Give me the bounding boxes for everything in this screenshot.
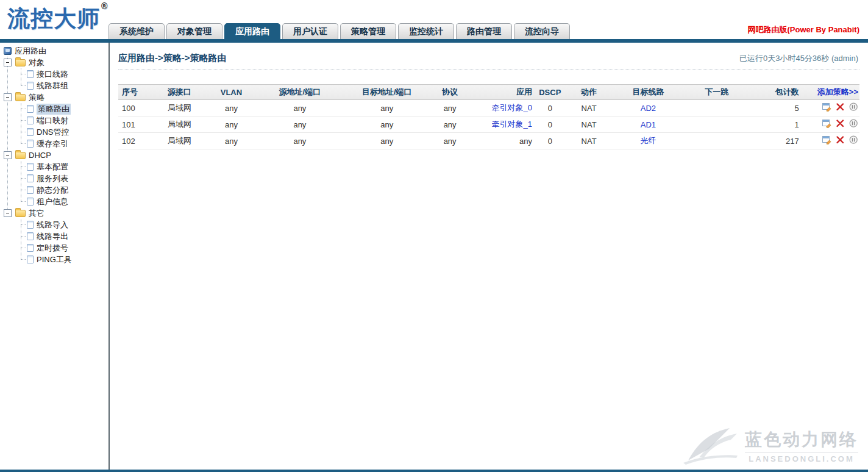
sidebar-item-dhcp-tenant-info[interactable]: 租户信息 bbox=[0, 196, 108, 207]
tree-connector bbox=[21, 143, 26, 144]
delete-icon[interactable] bbox=[836, 135, 845, 145]
tree-label: 对象 bbox=[29, 57, 44, 68]
brand-logo: 流控大师® bbox=[7, 1, 108, 34]
cell-next-hop bbox=[685, 133, 748, 149]
table-header-row: 序号 源接口 VLAN 源地址/端口 目标地址/端口 协议 应用 DSCP 动作… bbox=[118, 85, 859, 100]
registered-mark: ® bbox=[101, 1, 108, 11]
document-icon bbox=[27, 70, 34, 78]
target-line-link[interactable]: AD1 bbox=[641, 120, 656, 129]
tree-connector bbox=[21, 201, 26, 202]
sidebar-group-dhcp[interactable]: DHCP bbox=[0, 149, 108, 161]
delete-icon[interactable] bbox=[836, 102, 845, 112]
col-seq: 序号 bbox=[118, 85, 152, 100]
tree-connector bbox=[21, 248, 26, 248]
col-protocol: 协议 bbox=[430, 85, 471, 100]
page: 流控大师® 网吧路由版(Power By Panabit) 系统维护 对象管理 … bbox=[0, 0, 868, 472]
document-icon bbox=[27, 140, 34, 148]
document-icon bbox=[27, 105, 34, 113]
bottom-accent-line bbox=[0, 470, 868, 472]
target-line-link[interactable]: AD2 bbox=[641, 104, 656, 113]
cell-action: NAT bbox=[567, 133, 611, 149]
tree-connector bbox=[21, 259, 26, 260]
sidebar-item-dhcp-service-list[interactable]: 服务列表 bbox=[0, 173, 108, 184]
sidebar-group-objects[interactable]: 对象 bbox=[0, 57, 108, 68]
tab-policy-management[interactable]: 策略管理 bbox=[340, 23, 396, 39]
cell-seq: 101 bbox=[118, 116, 152, 133]
sidebar-group-others[interactable]: 其它 bbox=[0, 207, 108, 219]
edit-icon[interactable] bbox=[822, 119, 831, 128]
sidebar-item-dhcp-static-assign[interactable]: 静态分配 bbox=[0, 184, 108, 196]
col-vlan: VLAN bbox=[207, 85, 255, 100]
sidebar-item-dhcp-basic-config[interactable]: 基本配置 bbox=[0, 161, 108, 173]
table-row: 102 局域网 any any any any any 0 NAT 光纤 217 bbox=[118, 133, 859, 149]
document-icon bbox=[27, 232, 34, 240]
folder-icon bbox=[15, 59, 26, 66]
document-icon bbox=[27, 186, 34, 194]
tree-label: 静态分配 bbox=[37, 185, 68, 196]
tab-application-routing[interactable]: 应用路由 bbox=[224, 23, 280, 39]
application-link[interactable]: 牵引对象_0 bbox=[491, 103, 532, 112]
cell-protocol: any bbox=[430, 116, 471, 133]
sidebar-root-application-routing[interactable]: 应用路由 bbox=[0, 45, 108, 57]
tab-route-management[interactable]: 路由管理 bbox=[456, 23, 512, 39]
sidebar-item-policy-route[interactable]: 策略路由 bbox=[0, 103, 108, 115]
pause-icon[interactable] bbox=[849, 119, 858, 128]
cell-action: NAT bbox=[567, 116, 611, 133]
application-link[interactable]: 牵引对象_1 bbox=[491, 120, 532, 129]
tab-bar: 系统维护 对象管理 应用路由 用户认证 策略管理 监控统计 路由管理 流控向导 bbox=[108, 23, 572, 39]
sidebar-item-line-groups[interactable]: 线路群组 bbox=[0, 80, 108, 91]
cell-dest-addr: any bbox=[344, 100, 430, 116]
collapse-toggle-icon[interactable] bbox=[4, 151, 12, 159]
sidebar-item-interface-lines[interactable]: 接口线路 bbox=[0, 68, 108, 80]
uptime-status: 已运行0天3小时45分36秒 (admin) bbox=[739, 53, 858, 64]
collapse-toggle-icon[interactable] bbox=[4, 93, 12, 101]
sidebar-group-policy[interactable]: 策略 bbox=[0, 91, 108, 103]
target-line-link[interactable]: 光纤 bbox=[640, 136, 656, 145]
pause-icon[interactable] bbox=[849, 135, 858, 145]
sidebar-item-scheduled-dial[interactable]: 定时拨号 bbox=[0, 242, 108, 254]
tree-label: 其它 bbox=[29, 208, 44, 219]
pause-icon[interactable] bbox=[849, 102, 858, 112]
document-icon bbox=[27, 174, 34, 182]
cell-next-hop bbox=[685, 116, 748, 133]
edit-icon[interactable] bbox=[822, 102, 831, 112]
cell-application: any bbox=[471, 133, 533, 149]
col-action: 动作 bbox=[567, 85, 611, 100]
collapse-toggle-icon[interactable] bbox=[4, 209, 12, 217]
tree-connector bbox=[21, 236, 26, 237]
sidebar-item-dns-control[interactable]: DNS管控 bbox=[0, 126, 108, 138]
add-policy-link[interactable]: 添加策略>> bbox=[817, 87, 858, 96]
delete-icon[interactable] bbox=[836, 119, 845, 128]
cell-next-hop bbox=[685, 100, 748, 116]
tab-system-maintenance[interactable]: 系统维护 bbox=[108, 23, 165, 39]
cell-seq: 102 bbox=[118, 133, 152, 149]
collapse-toggle-icon[interactable] bbox=[4, 59, 12, 66]
cell-protocol: any bbox=[430, 133, 471, 149]
table-row: 101 局域网 any any any any 牵引对象_1 0 NAT AD1… bbox=[118, 116, 859, 133]
cell-source-interface: 局域网 bbox=[152, 133, 207, 149]
edit-icon[interactable] bbox=[822, 135, 831, 145]
sidebar-item-ping-tool[interactable]: PING工具 bbox=[0, 254, 108, 265]
tab-object-management[interactable]: 对象管理 bbox=[166, 23, 222, 39]
tree-connector bbox=[21, 224, 26, 225]
cell-source-addr: any bbox=[255, 133, 344, 149]
col-dscp: DSCP bbox=[533, 85, 567, 100]
sidebar-item-port-mapping[interactable]: 端口映射 bbox=[0, 115, 108, 126]
row-actions bbox=[822, 135, 858, 145]
tree-label: 缓存牵引 bbox=[37, 138, 68, 149]
col-application: 应用 bbox=[471, 85, 533, 100]
col-dest-addr-port: 目标地址/端口 bbox=[344, 85, 430, 100]
cell-packet-count: 217 bbox=[749, 133, 800, 149]
sidebar-item-cache-pull[interactable]: 缓存牵引 bbox=[0, 138, 108, 149]
sidebar-item-line-import[interactable]: 线路导入 bbox=[0, 219, 108, 231]
tab-user-authentication[interactable]: 用户认证 bbox=[282, 23, 338, 39]
tab-traffic-wizard[interactable]: 流控向导 bbox=[514, 23, 570, 39]
cell-dscp: 0 bbox=[533, 133, 567, 149]
cell-source-interface: 局域网 bbox=[152, 116, 207, 133]
sidebar-item-line-export[interactable]: 线路导出 bbox=[0, 231, 108, 242]
table-row: 100 局域网 any any any any 牵引对象_0 0 NAT AD2… bbox=[118, 100, 859, 116]
cell-packet-count: 5 bbox=[749, 100, 800, 116]
tab-monitor-statistics[interactable]: 监控统计 bbox=[398, 23, 454, 39]
tree-label-selected: 策略路由 bbox=[37, 104, 71, 115]
nav-tree: 应用路由 对象 接口线路 线路群组 策略 bbox=[0, 45, 108, 265]
